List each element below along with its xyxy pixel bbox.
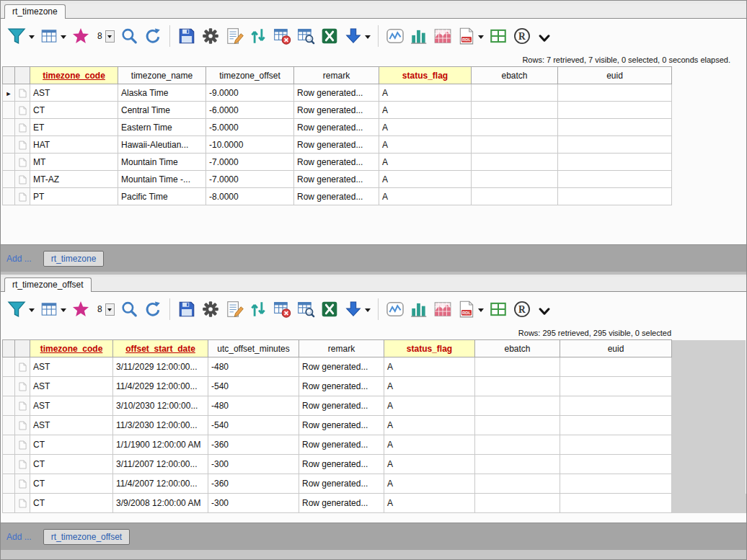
grid-cell[interactable]: -7.0000: [206, 154, 294, 171]
grid-cell[interactable]: A: [379, 84, 472, 102]
grid-cell[interactable]: CT: [30, 494, 113, 513]
grid-cell[interactable]: 3/9/2008 12:00:00 AM: [113, 494, 208, 513]
grid-cell[interactable]: -480: [208, 357, 299, 377]
grid-cell[interactable]: A: [384, 494, 475, 513]
grid-row[interactable]: CTCentral Time-6.0000Row generated...A: [3, 102, 746, 119]
grid-cell[interactable]: [475, 396, 560, 416]
grid-cell[interactable]: -7.0000: [206, 171, 294, 188]
refresh-button[interactable]: [142, 299, 164, 319]
form-view-button[interactable]: [224, 299, 245, 319]
grid-cell[interactable]: CT: [30, 455, 113, 474]
column-header-timezone_code[interactable]: timezone_code: [30, 67, 118, 84]
clear-rows-button[interactable]: [271, 26, 293, 46]
panel-tab[interactable]: rt_timezone_offset: [4, 277, 92, 292]
toolbar-overflow-button[interactable]: [535, 298, 554, 320]
grid-cell[interactable]: 3/11/2007 12:00:00...: [113, 455, 208, 474]
download-button[interactable]: [342, 26, 372, 46]
grid-cell[interactable]: Row generated...: [294, 84, 379, 102]
clear-rows-button[interactable]: [271, 299, 293, 319]
filter-button[interactable]: [5, 298, 36, 320]
grid-cell[interactable]: -480: [208, 396, 299, 416]
grid-cell[interactable]: A: [384, 416, 475, 435]
grid-cell[interactable]: AST: [30, 84, 118, 102]
column-header-status_flag[interactable]: status_flag: [384, 340, 475, 357]
grid-cell[interactable]: [560, 474, 672, 494]
row-limit-dropdown[interactable]: [105, 30, 115, 43]
save-button[interactable]: [176, 26, 198, 46]
grid-cell[interactable]: Mountain Time: [118, 154, 206, 171]
grid-cell[interactable]: Row generated...: [299, 455, 384, 474]
grid-row[interactable]: AST11/3/2030 12:00:00...-540Row generate…: [3, 416, 746, 435]
grid-cell[interactable]: -6.0000: [206, 102, 294, 119]
grid-cell[interactable]: Row generated...: [294, 119, 379, 136]
grid-cell[interactable]: [560, 396, 672, 416]
grid-cell[interactable]: -9.0000: [206, 84, 294, 102]
grid-cell[interactable]: Alaska Time: [118, 84, 206, 102]
grid-cell[interactable]: [472, 171, 558, 188]
column-header-utc_offset_minutes[interactable]: utc_offset_minutes: [208, 340, 299, 357]
grid-row[interactable]: CT11/4/2007 12:00:00...-360Row generated…: [3, 474, 746, 494]
grid-cell[interactable]: Mountain Time -...: [118, 171, 206, 188]
grid-cell[interactable]: [560, 494, 672, 513]
line-chart-button[interactable]: [384, 26, 406, 46]
bookmark-button[interactable]: [70, 299, 92, 319]
grid-cell[interactable]: -5.0000: [206, 119, 294, 136]
find-in-grid-button[interactable]: [295, 299, 317, 319]
excel-export-button[interactable]: [319, 299, 340, 319]
add-tab-link[interactable]: Add ...: [6, 532, 32, 542]
grid-cell[interactable]: Row generated...: [299, 474, 384, 494]
rdl-report-button[interactable]: RDL: [456, 299, 485, 319]
grid-cell[interactable]: -360: [208, 435, 299, 455]
grid-cell[interactable]: Row generated...: [299, 416, 384, 435]
grid-cell[interactable]: [475, 377, 560, 396]
form-view-button[interactable]: [224, 26, 245, 46]
grid-cell[interactable]: Row generated...: [294, 102, 379, 119]
column-header-remark[interactable]: remark: [299, 340, 384, 357]
grid-cell[interactable]: [560, 455, 672, 474]
grid-cell[interactable]: -540: [208, 416, 299, 435]
grid-row[interactable]: MTMountain Time-7.0000Row generated...A: [3, 154, 746, 171]
grid-cell[interactable]: -540: [208, 377, 299, 396]
grid-cell[interactable]: -300: [208, 455, 299, 474]
grid-cell[interactable]: -360: [208, 474, 299, 494]
grid-cell[interactable]: Eastern Time: [118, 119, 206, 136]
grid-cell[interactable]: [475, 455, 560, 474]
grid-cell[interactable]: Row generated...: [294, 188, 379, 205]
grid-cell[interactable]: A: [384, 377, 475, 396]
grid-cell[interactable]: 1/1/1900 12:00:00 AM: [113, 435, 208, 455]
grid-cell[interactable]: Row generated...: [299, 435, 384, 455]
grid-cell[interactable]: -300: [208, 494, 299, 513]
grid-cell[interactable]: A: [379, 171, 472, 188]
bottom-tab-button[interactable]: rt_timezone: [43, 251, 105, 267]
grid-cell[interactable]: 3/11/2029 12:00:00...: [113, 357, 208, 377]
search-button[interactable]: [118, 26, 140, 46]
grid-cell[interactable]: Row generated...: [299, 494, 384, 513]
grid-row[interactable]: CT1/1/1900 12:00:00 AM-360Row generated.…: [3, 435, 746, 455]
grid-cell[interactable]: A: [379, 154, 472, 171]
grid-cell[interactable]: [558, 136, 672, 154]
row-limit-combo[interactable]: 8: [94, 30, 116, 43]
column-header-timezone_code[interactable]: timezone_code: [30, 340, 113, 357]
settings-button[interactable]: [200, 299, 221, 319]
save-button[interactable]: [176, 299, 198, 319]
grid-cell[interactable]: [560, 377, 672, 396]
grid-cell[interactable]: [472, 84, 558, 102]
column-header-timezone_offset[interactable]: timezone_offset: [206, 67, 294, 84]
grid-cell[interactable]: Central Time: [118, 102, 206, 119]
grid-row[interactable]: CT3/11/2007 12:00:00...-300Row generated…: [3, 455, 746, 474]
grid-cell[interactable]: [560, 435, 672, 455]
grid-cell[interactable]: -8.0000: [206, 188, 294, 205]
grid-cell[interactable]: Row generated...: [299, 357, 384, 377]
grid-cell[interactable]: -10.0000: [206, 136, 294, 154]
grid-cell[interactable]: [475, 435, 560, 455]
grid-cell[interactable]: [472, 136, 558, 154]
grid-cell[interactable]: A: [379, 102, 472, 119]
grid-cell[interactable]: [475, 474, 560, 494]
grid-cell[interactable]: HAT: [30, 136, 118, 154]
excel-export-button[interactable]: [319, 26, 340, 46]
grid-row[interactable]: CT3/9/2008 12:00:00 AM-300Row generated.…: [3, 494, 746, 513]
grid-cell[interactable]: Row generated...: [294, 136, 379, 154]
grid-cell[interactable]: [558, 84, 672, 102]
grid-cell[interactable]: AST: [30, 377, 113, 396]
grid-cell[interactable]: [558, 119, 672, 136]
